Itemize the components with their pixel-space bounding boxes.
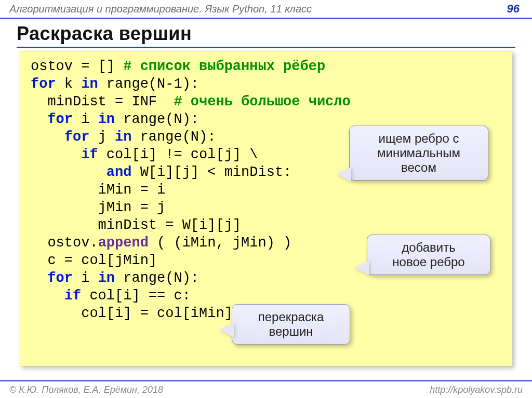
code-text: iMin = i bbox=[31, 182, 165, 198]
code-text: i bbox=[73, 112, 98, 127]
code-keyword: in bbox=[98, 270, 115, 286]
code-text: range(N): bbox=[131, 129, 216, 145]
code-comment: # список выбранных рёбер bbox=[123, 59, 325, 74]
code-func: append bbox=[98, 235, 149, 251]
code-block: ostov = [] # список выбранных рёбер for … bbox=[31, 58, 501, 322]
page-number: 96 bbox=[507, 2, 523, 16]
slide: Алгоритмизация и программирование. Язык … bbox=[0, 0, 532, 398]
code-text: minDist = INF bbox=[31, 94, 174, 109]
callout-tail-icon bbox=[354, 260, 369, 275]
footer-link: http://kpolyakov.spb.ru bbox=[430, 385, 523, 395]
code-text: k bbox=[56, 76, 82, 92]
callout-text: добавить новое ребро bbox=[377, 240, 481, 269]
code-comment: # очень большое число bbox=[174, 94, 350, 109]
code-text: col[i] != col[j] \ bbox=[98, 147, 258, 162]
code-text: j bbox=[89, 129, 115, 145]
code-text: ( (iMin, jMin) ) bbox=[149, 235, 291, 251]
callout-minimal-edge: ищем ребро с минимальным весом bbox=[349, 126, 488, 181]
callout-add-edge: добавить новое ребро bbox=[367, 235, 490, 275]
code-text: W[i][j] < minDist: bbox=[131, 164, 291, 180]
code-keyword: in bbox=[81, 76, 98, 92]
code-text: ostov = [] bbox=[31, 59, 123, 74]
callout-text: ищем ребро с минимальным весом bbox=[359, 131, 478, 175]
slide-heading: Раскраска вершин bbox=[17, 23, 515, 48]
code-text: col[i] = col[iMin] bbox=[31, 306, 233, 321]
code-text: minDist = W[i][j] bbox=[31, 217, 241, 233]
code-text: i bbox=[73, 270, 98, 286]
callout-text: перекраска вершин bbox=[242, 310, 340, 339]
code-keyword: for bbox=[31, 129, 89, 145]
code-keyword: if bbox=[31, 288, 81, 304]
code-text: range(N-1): bbox=[98, 76, 199, 92]
code-text: range(N): bbox=[115, 112, 199, 127]
topbar: Алгоритмизация и программирование. Язык … bbox=[0, 0, 532, 19]
code-keyword: in bbox=[98, 112, 115, 127]
callout-tail-icon bbox=[337, 167, 351, 182]
code-keyword: and bbox=[31, 164, 131, 180]
callout-tail-icon bbox=[219, 323, 234, 337]
code-keyword: in bbox=[115, 129, 131, 145]
code-text: ostov. bbox=[31, 235, 98, 251]
code-keyword: for bbox=[31, 112, 73, 127]
code-keyword: for bbox=[31, 270, 73, 286]
callout-recolor: перекраска вершин bbox=[232, 304, 350, 345]
code-text: jMin = j bbox=[31, 200, 165, 215]
course-title: Алгоритмизация и программирование. Язык … bbox=[9, 3, 312, 15]
code-text: c = col[jMin] bbox=[31, 253, 157, 268]
code-text: range(N): bbox=[115, 270, 199, 286]
code-keyword: if bbox=[31, 147, 98, 162]
code-keyword: for bbox=[31, 76, 56, 92]
copyright: © К.Ю. Поляков, Е.А. Ерёмин, 2018 bbox=[9, 385, 163, 395]
footer: © К.Ю. Поляков, Е.А. Ерёмин, 2018 http:/… bbox=[0, 380, 532, 398]
code-text: col[i] == c: bbox=[81, 288, 191, 304]
